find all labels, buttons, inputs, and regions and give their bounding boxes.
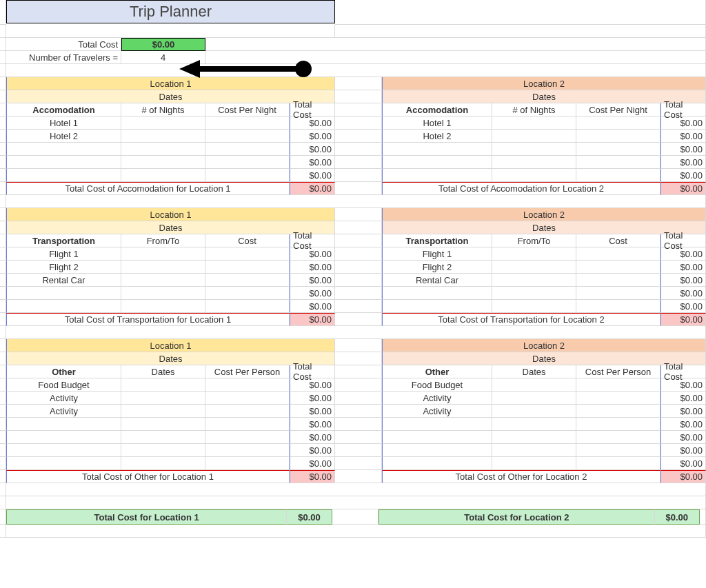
other-loc1-colC: Cost Per Person (205, 365, 290, 378)
accom-loc1-colB: # of Nights (121, 103, 205, 116)
transport-loc2-colD: Total Cost (660, 234, 706, 247)
loc2-total-value: $0.00 (655, 509, 700, 525)
transport-loc2-sumlabel: Total Cost of Transportation for Locatio… (382, 313, 660, 326)
transport-loc1-rowlabel[interactable] (6, 287, 121, 300)
other-loc2-rowval: $0.00 (660, 392, 706, 405)
accom-loc1-rowval: $0.00 (290, 130, 335, 143)
accom-loc2-rowlabel[interactable]: Hotel 1 (382, 116, 492, 130)
other-loc2-sumlabel: Total Cost of Other for Location 2 (382, 470, 660, 483)
accom-loc1-rowlabel[interactable] (6, 169, 121, 182)
accom-loc2-rowval: $0.00 (660, 169, 706, 182)
other-loc1-rowlabel[interactable]: Food Budget (6, 378, 121, 392)
accom-loc2-rowlabel[interactable] (382, 156, 492, 169)
accom-loc2-rowlabel[interactable] (382, 143, 492, 156)
transport-loc2-rowval: $0.00 (660, 287, 706, 300)
transport-loc2-rowlabel[interactable] (382, 287, 492, 300)
travelers-value[interactable]: 4 (121, 51, 205, 64)
other-loc1-rowlabel[interactable] (6, 418, 121, 431)
other-loc1-rowlabel[interactable] (6, 457, 121, 470)
accom-loc1-rowval: $0.00 (290, 169, 335, 182)
transport-loc1-rowlabel[interactable]: Rental Car (6, 274, 121, 287)
accom-loc1-sumval: $0.00 (290, 182, 335, 195)
other-loc2-rowval: $0.00 (660, 457, 706, 470)
accom-loc2-sumval: $0.00 (660, 182, 706, 195)
other-loc2-colB: Dates (492, 365, 576, 378)
transport-loc1-rowval: $0.00 (290, 261, 335, 274)
other-loc1-rowlabel[interactable]: Activity (6, 392, 121, 405)
other-loc1-rowlabel[interactable] (6, 444, 121, 457)
accom-loc2-colC: Cost Per Night (576, 103, 660, 116)
other-loc1-rowval: $0.00 (290, 457, 335, 470)
transport-loc1-dates: Dates (6, 221, 335, 234)
transport-loc1-header: Location 1 (6, 208, 335, 221)
other-loc2-rowlabel[interactable]: Activity (382, 405, 492, 418)
accom-loc2-colA: Accomodation (382, 103, 492, 116)
transport-loc1-rowval: $0.00 (290, 247, 335, 261)
travelers-label: Number of Travelers = (6, 51, 121, 64)
transport-loc2-rowlabel[interactable] (382, 300, 492, 313)
transport-loc2-rowlabel[interactable]: Flight 2 (382, 261, 492, 274)
other-loc2-colC: Cost Per Person (576, 365, 660, 378)
transport-loc2-rowlabel[interactable]: Rental Car (382, 274, 492, 287)
transport-loc1-rowlabel[interactable]: Flight 1 (6, 247, 121, 261)
other-loc1-colD: Total Cost (290, 365, 335, 378)
other-loc2-rowlabel[interactable] (382, 418, 492, 431)
accom-loc1-colC: Cost Per Night (205, 103, 290, 116)
other-loc2-rowlabel[interactable]: Activity (382, 392, 492, 405)
transport-loc1-rowval: $0.00 (290, 300, 335, 313)
transport-loc1-colB: From/To (121, 234, 205, 247)
other-loc2-rowlabel[interactable] (382, 431, 492, 444)
page-title: Trip Planner (6, 0, 335, 23)
transport-loc1-rowlabel[interactable] (6, 300, 121, 313)
transport-loc2-rowval: $0.00 (660, 300, 706, 313)
transport-loc1-rowval: $0.00 (290, 274, 335, 287)
accom-loc2-rowlabel[interactable] (382, 169, 492, 182)
other-loc2-rowlabel[interactable] (382, 457, 492, 470)
transport-loc2-colC: Cost (576, 234, 660, 247)
other-loc2-colD: Total Cost (660, 365, 706, 378)
transport-loc1-rowlabel[interactable]: Flight 2 (6, 261, 121, 274)
other-loc1-rowlabel[interactable]: Activity (6, 405, 121, 418)
accom-loc1-sumlabel: Total Cost of Accomodation for Location … (6, 182, 290, 195)
other-loc2-rowval: $0.00 (660, 431, 706, 444)
accom-loc1-rowval: $0.00 (290, 156, 335, 169)
accom-loc1-header: Location 1 (6, 77, 335, 90)
other-loc1-rowval: $0.00 (290, 444, 335, 457)
transport-loc2-rowval: $0.00 (660, 274, 706, 287)
transport-loc1-colD: Total Cost (290, 234, 335, 247)
accom-loc2-dates: Dates (382, 90, 706, 103)
other-loc1-rowval: $0.00 (290, 378, 335, 392)
other-loc1-colB: Dates (121, 365, 205, 378)
other-loc2-rowlabel[interactable] (382, 444, 492, 457)
accom-loc1-rowval: $0.00 (290, 143, 335, 156)
other-loc1-rowlabel[interactable] (6, 431, 121, 444)
transport-loc2-rowval: $0.00 (660, 247, 706, 261)
transport-loc1-sumlabel: Total Cost of Transportation for Locatio… (6, 313, 290, 326)
other-loc1-rowval: $0.00 (290, 392, 335, 405)
other-loc1-dates: Dates (6, 352, 335, 365)
accom-loc1-rowlabel[interactable]: Hotel 2 (6, 130, 121, 143)
accom-loc1-rowlabel[interactable] (6, 143, 121, 156)
accom-loc1-rowlabel[interactable]: Hotel 1 (6, 116, 121, 130)
loc1-total-label: Total Cost for Location 1 (6, 509, 287, 525)
accom-loc2-sumlabel: Total Cost of Accomodation for Location … (382, 182, 660, 195)
total-cost-label: Total Cost (6, 38, 121, 51)
transport-loc2-rowlabel[interactable]: Flight 1 (382, 247, 492, 261)
accom-loc2-rowval: $0.00 (660, 130, 706, 143)
other-loc2-rowval: $0.00 (660, 418, 706, 431)
accom-loc2-rowval: $0.00 (660, 143, 706, 156)
other-loc1-rowval: $0.00 (290, 418, 335, 431)
other-loc1-rowval: $0.00 (290, 431, 335, 444)
accom-loc1-rowlabel[interactable] (6, 156, 121, 169)
other-loc2-sumval: $0.00 (660, 470, 706, 483)
accom-loc1-colA: Accomodation (6, 103, 121, 116)
transport-loc1-colC: Cost (205, 234, 290, 247)
accom-loc1-dates: Dates (6, 90, 335, 103)
transport-loc1-sumval: $0.00 (290, 313, 335, 326)
accom-loc1-colD: Total Cost (290, 103, 335, 116)
other-loc2-dates: Dates (382, 352, 706, 365)
accom-loc2-rowlabel[interactable]: Hotel 2 (382, 130, 492, 143)
other-loc2-rowval: $0.00 (660, 378, 706, 392)
spreadsheet[interactable]: Trip Planner Total Cost $0.00 Number of … (0, 0, 706, 538)
other-loc2-rowlabel[interactable]: Food Budget (382, 378, 492, 392)
